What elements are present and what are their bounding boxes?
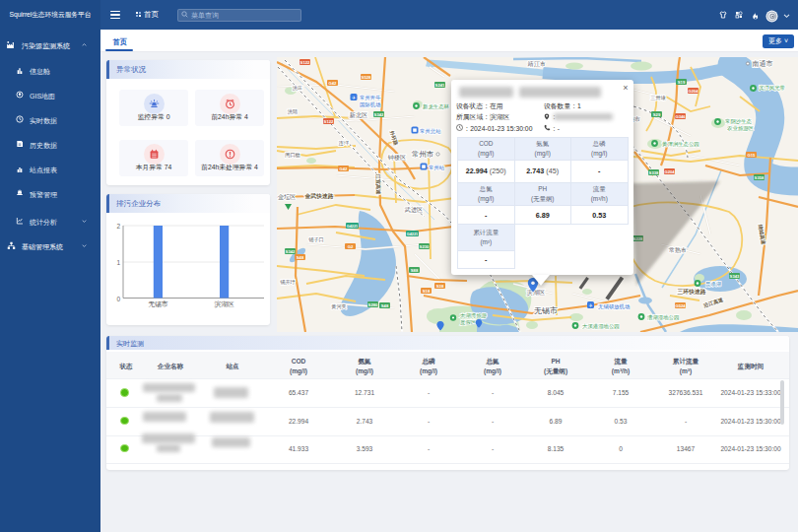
svg-text:S88: S88: [411, 268, 419, 273]
svg-text:闸口糖: 闸口糖: [285, 152, 300, 159]
svg-text:G2: G2: [348, 244, 354, 249]
svg-text:S48: S48: [297, 255, 304, 260]
svg-text:✈: ✈: [588, 302, 592, 308]
svg-text:漕湖湿地公园: 漕湖湿地公园: [646, 314, 679, 321]
svg-text:S342: S342: [374, 112, 384, 117]
svg-text:S19: S19: [678, 80, 686, 85]
svg-text:常州奔牛: 常州奔牛: [360, 95, 381, 100]
svg-text:滨江风光带: 滨江风光带: [759, 85, 786, 92]
svg-text:太湖湾旅游: 太湖湾旅游: [460, 312, 488, 319]
svg-text:常阴沙生态: 常阴沙生态: [725, 118, 753, 125]
svg-text:南通市: 南通市: [753, 59, 773, 67]
svg-text:武进区: 武进区: [404, 206, 424, 214]
svg-text:昆承湖: 昆承湖: [705, 281, 721, 288]
svg-text:三环快速路: 三环快速路: [678, 288, 706, 296]
svg-text:无锡硕放机场: 无锡硕放机场: [598, 303, 630, 310]
svg-text:G15: G15: [748, 153, 757, 158]
svg-text:常州市: 常州市: [412, 150, 434, 159]
svg-text:外环路: 外环路: [387, 129, 399, 148]
svg-text:G524: G524: [675, 303, 686, 308]
svg-text:大溪港湿地公园: 大溪港湿地公园: [582, 323, 620, 330]
svg-text:S230: S230: [420, 244, 430, 249]
svg-text:国际机场: 国际机场: [360, 101, 381, 108]
svg-text:0: 0: [116, 296, 120, 302]
svg-text:黄河夹: 黄河夹: [331, 303, 347, 310]
svg-text:S48: S48: [381, 303, 389, 308]
svg-text:洪庄: 洪庄: [293, 85, 302, 92]
svg-text:S38: S38: [436, 284, 444, 289]
svg-text:S528: S528: [362, 75, 371, 80]
svg-text:S18: S18: [423, 289, 431, 294]
svg-text:靖江市: 靖江市: [527, 60, 547, 68]
svg-text:S29: S29: [653, 112, 661, 117]
svg-text:度假区: 度假区: [460, 319, 477, 326]
svg-text:G4221: G4221: [347, 225, 358, 229]
svg-text:✈: ✈: [352, 95, 356, 100]
svg-text:S338: S338: [649, 170, 659, 175]
svg-text:S343: S343: [730, 274, 740, 279]
svg-text:G4221: G4221: [407, 233, 418, 236]
svg-text:钟楼区: 钟楼区: [387, 154, 407, 161]
svg-text:农业旅游区: 农业旅游区: [727, 125, 755, 132]
svg-text:G42: G42: [329, 81, 338, 86]
svg-text:常州北站: 常州北站: [420, 128, 441, 135]
svg-text:G42: G42: [340, 166, 349, 171]
svg-text:G346: G346: [675, 114, 686, 119]
svg-text:滨湖区: 滨湖区: [526, 289, 546, 297]
svg-text:三卅埭: 三卅埭: [650, 95, 666, 100]
svg-text:金武快速路: 金武快速路: [304, 192, 334, 200]
svg-text:金坛区: 金坛区: [278, 193, 297, 200]
svg-text:铺子口: 铺子口: [308, 236, 324, 243]
svg-text:1: 1: [116, 259, 120, 266]
svg-text:无锡市: 无锡市: [534, 306, 558, 315]
svg-text:无锡市: 无锡市: [148, 300, 168, 308]
svg-text:S342: S342: [286, 249, 296, 254]
svg-text:G204: G204: [664, 169, 675, 174]
svg-text:洪陆: 洪陆: [288, 108, 299, 115]
svg-text:绕城高速: 绕城高速: [757, 223, 767, 245]
svg-text:G204: G204: [688, 89, 698, 94]
svg-text:新北区: 新北区: [349, 111, 368, 119]
svg-text:锡开玗: 锡开玗: [280, 279, 296, 286]
svg-text:沿江高速: 沿江高速: [701, 297, 725, 310]
svg-text:新龙生态林: 新龙生态林: [423, 103, 450, 109]
svg-text:S241: S241: [435, 83, 445, 88]
svg-text:2: 2: [116, 223, 120, 230]
svg-text:滨湖区: 滨湖区: [214, 300, 234, 308]
svg-text:常熟市: 常熟市: [669, 246, 688, 254]
svg-text:常州站: 常州站: [429, 165, 445, 170]
svg-text:S122: S122: [324, 119, 334, 124]
svg-text:江宜高速: 江宜高速: [374, 173, 382, 196]
svg-text:S122: S122: [300, 60, 310, 65]
svg-text:S358: S358: [755, 175, 765, 180]
svg-text:S280: S280: [368, 302, 378, 307]
svg-text:连垟: 连垟: [338, 140, 350, 147]
svg-text:黄潬涧生态公园: 黄潬涧生态公园: [662, 141, 699, 148]
